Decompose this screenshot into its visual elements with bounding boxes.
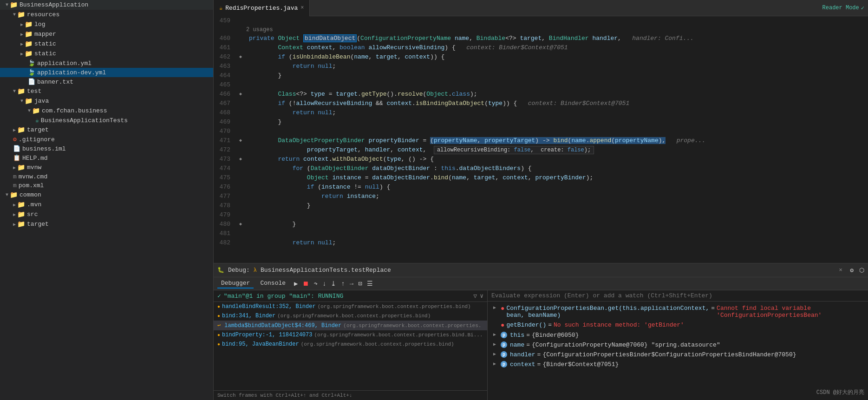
sidebar-item-mvnw[interactable]: 📁 mvnw — [0, 163, 213, 172]
variable-item-context[interactable]: ▶ p context = {Binder$Context@7051} — [488, 360, 868, 369]
code-line: 468 return null; — [214, 108, 868, 118]
lambda-icon: ↩ — [217, 322, 221, 329]
sidebar-item-label: banner.txt — [37, 79, 73, 85]
stack-frame-3-active[interactable]: ↩ lambda$bindDataObject$4:469, Binder (o… — [214, 321, 487, 330]
variable-item-2[interactable]: ● getBinder() = No such instance method:… — [488, 320, 868, 330]
sidebar-item-help-md[interactable]: 📋 HELP.md — [0, 153, 213, 163]
reader-mode-toggle[interactable]: Reader Mode ✓ — [822, 5, 868, 12]
java-icon: ☕ — [219, 5, 222, 12]
variable-item-name[interactable]: ▶ p name = {ConfigurationPropertyName@70… — [488, 340, 868, 350]
resume-btn[interactable]: ▶ — [292, 279, 300, 289]
sidebar-item-test[interactable]: 📁 test — [0, 86, 213, 96]
frames-btn[interactable]: ☰ — [365, 279, 375, 289]
run-to-cursor-btn[interactable]: → — [348, 279, 355, 289]
iml-file-icon: 📄 — [13, 145, 20, 152]
code-line: 461 Context context, boolean allowRecurs… — [214, 43, 868, 52]
sidebar: 📁 BusinessApplication 📁 resources 📁 log … — [0, 0, 214, 400]
debug-session-close[interactable]: × — [839, 267, 842, 274]
sidebar-item-label: application.yml — [37, 60, 91, 67]
sidebar-item-label: resources — [27, 11, 59, 18]
stop-btn[interactable]: ⏹ — [300, 279, 311, 289]
sidebar-item-java[interactable]: 📁 java — [0, 96, 213, 106]
sidebar-item-target[interactable]: 📁 target — [0, 125, 213, 135]
sidebar-item-target2[interactable]: 📁 target — [0, 219, 213, 229]
folder-icon: 📁 — [25, 97, 33, 105]
expand-icon[interactable]: ▶ — [493, 361, 499, 367]
code-line: 476 if (instance != null) { — [214, 183, 868, 192]
step-into-btn[interactable]: ↓ — [320, 279, 328, 289]
stack-frame-2[interactable]: ● bind:341, Binder (org.springframework.… — [214, 311, 487, 321]
code-line: 469 } — [214, 118, 868, 127]
sidebar-item-src[interactable]: 📁 src — [0, 210, 213, 219]
variable-item-this[interactable]: ▶ p this = {Binder@6050} — [488, 330, 868, 340]
sidebar-item-static[interactable]: 📁 static — [0, 39, 213, 49]
folder-icon: 📁 — [17, 220, 25, 228]
expand-icon[interactable]: ▶ — [493, 351, 499, 357]
stack-frame-4[interactable]: ● bindProperty:-1, 1184124073 (org.sprin… — [214, 330, 487, 340]
sidebar-item-application-yml[interactable]: 🍃 application.yml — [0, 59, 213, 68]
filter-icon[interactable]: ▽ — [473, 292, 477, 300]
breakpoint-dot: ◆ — [239, 155, 242, 164]
evaluate-btn[interactable]: ⊡ — [356, 279, 364, 289]
sidebar-item-label: test — [27, 88, 41, 95]
sidebar-item-label: com.fchan.business — [42, 107, 107, 114]
code-editor[interactable]: 459 2 usages 460 private Object bindData… — [214, 16, 868, 263]
tab-console[interactable]: Console — [256, 279, 289, 289]
sidebar-item-business-app-tests[interactable]: ☕ BusinessApplicationTests — [0, 116, 213, 125]
sidebar-item-application-dev-yml[interactable]: 🍃 application-dev.yml — [0, 68, 213, 77]
sidebar-item-label: HELP.md — [22, 155, 48, 162]
force-step-btn[interactable]: ⤓ — [329, 279, 338, 289]
editor-tab[interactable]: ☕ RedisProperties.java × — [214, 0, 310, 16]
sidebar-item-pom-xml[interactable]: m pom.xml — [0, 181, 213, 190]
sidebar-item-label: static — [34, 50, 56, 57]
var-value-context: {Binder$Context@7051} — [542, 361, 619, 368]
step-over-btn[interactable]: ↷ — [312, 279, 319, 289]
expand-icon[interactable]: ▶ — [493, 341, 499, 347]
sidebar-item-mvn[interactable]: 📁 .mvn — [0, 200, 213, 210]
git-file-icon: ⚙ — [13, 136, 17, 143]
variable-item-handler[interactable]: ▶ p handler = {ConfigurationPropertiesBi… — [488, 350, 868, 360]
sidebar-item-banner-txt[interactable]: 📄 banner.txt — [0, 77, 213, 86]
sidebar-item-common[interactable]: 📁 common — [0, 190, 213, 200]
sidebar-item-label: java — [34, 98, 49, 105]
frame-method: handleBindResult:352, Binder — [222, 303, 316, 310]
sidebar-item-resources[interactable]: 📁 resources — [0, 10, 213, 20]
frame-class: (org.springframework.boot.context.proper… — [343, 323, 481, 328]
sidebar-item-com-fchan[interactable]: 📁 com.fchan.business — [0, 106, 213, 116]
variable-item-1[interactable]: ▶ ● ConfigurationPropertiesBean.get(this… — [488, 303, 868, 320]
tab-debugger[interactable]: Debugger — [217, 279, 254, 289]
stack-frame-1[interactable]: ● handleBindResult:352, Binder (org.spri… — [214, 302, 487, 311]
debug-header: 🐛 Debug: λ BusinessApplicationTests.test… — [214, 263, 868, 277]
code-line: 459 — [214, 16, 868, 26]
expand-icon[interactable]: ▶ — [493, 332, 499, 337]
sidebar-item-label: target — [27, 126, 49, 133]
sidebar-item-business-application[interactable]: 📁 BusinessApplication — [0, 0, 213, 10]
var-type-icon-p: p — [501, 351, 507, 358]
debug-toolbar: Debugger Console ▶ ⏹ ↷ ↓ ⤓ ↑ → ⊡ ☰ — [214, 277, 868, 290]
maximize-icon[interactable]: ⬡ — [859, 267, 864, 274]
arrow-down-icon[interactable]: ∨ — [480, 292, 483, 300]
sidebar-item-business-iml[interactable]: 📄 business.iml — [0, 144, 213, 153]
step-out-btn[interactable]: ↑ — [339, 279, 346, 289]
eval-input[interactable] — [491, 292, 864, 299]
tab-close-button[interactable]: × — [300, 5, 304, 11]
txt-file-icon: 📄 — [28, 78, 35, 85]
tab-label: RedisProperties.java — [225, 5, 298, 12]
stack-frame-5[interactable]: ● bind:95, JavaBeanBinder (org.springfra… — [214, 340, 487, 349]
expand-icon[interactable]: ▶ — [493, 305, 499, 310]
sidebar-item-gitignore[interactable]: ⚙ .gitignore — [0, 135, 213, 144]
settings-icon[interactable]: ⚙ — [850, 267, 854, 274]
md-file-icon: 📋 — [13, 154, 20, 162]
code-line: 473 ◆ return context.withDataObject(type… — [214, 155, 868, 164]
var-type-icon-p: p — [501, 341, 507, 348]
reader-mode-check: ✓ — [861, 5, 864, 12]
arrow-icon — [13, 222, 16, 227]
sidebar-item-mvnw-cmd[interactable]: m mvnw.cmd — [0, 172, 213, 181]
sidebar-item-templates[interactable]: 📁 static — [0, 49, 213, 59]
var-value-this: {Binder@6050} — [532, 332, 579, 339]
sidebar-item-log[interactable]: 📁 log — [0, 20, 213, 29]
sidebar-item-mapper[interactable]: 📁 mapper — [0, 29, 213, 39]
frame-class: (org.springframework.boot.context.proper… — [301, 341, 454, 347]
folder-icon: 📁 — [25, 30, 33, 38]
code-line: 470 — [214, 127, 868, 136]
